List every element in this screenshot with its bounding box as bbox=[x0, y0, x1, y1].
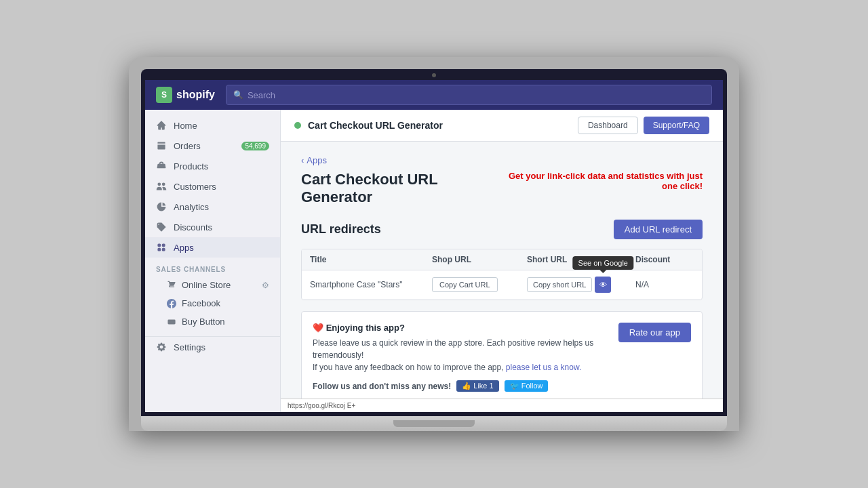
sidebar-item-orders[interactable]: Orders 54,699 bbox=[145, 136, 280, 156]
url-table: Title Shop URL Short URL Discount Action… bbox=[301, 249, 703, 300]
copy-short-url-button[interactable]: Copy short URL bbox=[527, 277, 592, 292]
status-url: https://goo.gl/Rkcoj E+ bbox=[288, 402, 355, 409]
see-on-google-tooltip: See on Google bbox=[573, 256, 633, 270]
row-title: Smartphone Case "Stars" bbox=[310, 280, 432, 289]
buy-button-icon bbox=[167, 317, 176, 327]
follow-button[interactable]: 🐦 Follow bbox=[505, 380, 549, 392]
products-icon bbox=[156, 161, 167, 171]
section-header: URL redirects Add URL redirect bbox=[301, 220, 703, 239]
sidebar: Home Orders 54,699 Products Customers bbox=[145, 110, 281, 412]
feedback-line2-link[interactable]: please let us a know. bbox=[506, 363, 581, 372]
main-content: Cart Checkout URL Generator Dashboard Su… bbox=[281, 110, 723, 412]
sidebar-item-customers[interactable]: Customers bbox=[145, 176, 280, 197]
url-redirects-title: URL redirects bbox=[301, 222, 381, 237]
follow-row: Follow us and don't miss any news! 👍 Lik… bbox=[313, 380, 608, 392]
sidebar-label-settings: Settings bbox=[174, 342, 205, 352]
discounts-icon bbox=[156, 222, 167, 232]
sales-channels-title: SALES CHANNELS bbox=[145, 258, 280, 276]
shopify-logo-text: shopify bbox=[176, 89, 215, 101]
sidebar-label-apps: Apps bbox=[174, 243, 194, 253]
search-icon: 🔍 bbox=[233, 90, 243, 100]
dashboard-button[interactable]: Dashboard bbox=[578, 117, 638, 134]
sidebar-item-facebook[interactable]: Facebook bbox=[145, 294, 280, 312]
sidebar-item-products[interactable]: Products bbox=[145, 156, 280, 176]
home-icon bbox=[156, 120, 167, 131]
sidebar-item-online-store[interactable]: Online Store ⚙ bbox=[145, 276, 280, 294]
app-status-dot bbox=[294, 122, 301, 129]
like-button[interactable]: 👍 Like 1 bbox=[456, 380, 498, 392]
row-shop-url-cell: Copy Cart URL bbox=[432, 277, 527, 292]
shopify-header: S shopify 🔍 Search bbox=[145, 80, 723, 110]
content-area: ‹ Apps Cart Checkout URL Generator Get y… bbox=[281, 142, 723, 399]
col-title: Title bbox=[310, 255, 432, 264]
search-bar[interactable]: 🔍 Search bbox=[226, 85, 712, 105]
apps-icon bbox=[156, 242, 167, 253]
sidebar-item-buy-button[interactable]: Buy Button bbox=[145, 312, 280, 331]
svg-rect-0 bbox=[167, 319, 175, 324]
eye-button[interactable]: 👁 bbox=[595, 277, 611, 293]
sidebar-item-home[interactable]: Home bbox=[145, 115, 280, 136]
search-placeholder: Search bbox=[248, 90, 275, 100]
sidebar-item-apps[interactable]: Apps bbox=[145, 237, 280, 258]
customers-icon bbox=[156, 181, 167, 192]
rate-app-button[interactable]: Rate our app bbox=[618, 323, 691, 342]
online-store-settings-icon[interactable]: ⚙ bbox=[262, 281, 269, 290]
table-header: Title Shop URL Short URL Discount Action bbox=[302, 249, 702, 270]
orders-icon bbox=[156, 140, 167, 151]
feedback-line1: Please leave us a quick review in the ap… bbox=[313, 337, 608, 361]
sidebar-item-discounts[interactable]: Discounts bbox=[145, 217, 280, 237]
settings-icon bbox=[156, 342, 167, 352]
feedback-content: ❤️ Enjoying this app? Please leave us a … bbox=[313, 323, 608, 392]
status-bar: https://goo.gl/Rkcoj E+ bbox=[281, 399, 723, 412]
online-store-icon bbox=[167, 281, 176, 290]
sidebar-label-online-store: Online Store bbox=[182, 280, 231, 290]
feedback-emoji: ❤️ bbox=[313, 323, 323, 333]
sidebar-label-analytics: Analytics bbox=[174, 202, 209, 212]
breadcrumb-parent: Apps bbox=[307, 155, 327, 165]
facebook-icon bbox=[167, 299, 176, 308]
short-url-cell: Copy short URL See on Google 👁 bbox=[527, 277, 635, 293]
sidebar-label-products: Products bbox=[174, 161, 208, 171]
promo-text: Get your link-click data and statistics … bbox=[490, 171, 703, 191]
sidebar-label-discounts: Discounts bbox=[174, 222, 212, 232]
copy-cart-url-button[interactable]: Copy Cart URL bbox=[432, 277, 498, 292]
feedback-box: ❤️ Enjoying this app? Please leave us a … bbox=[301, 311, 703, 399]
eye-btn-wrapper: See on Google 👁 bbox=[595, 277, 611, 293]
support-faq-button[interactable]: Support/FAQ bbox=[644, 117, 709, 134]
shopify-logo-icon: S bbox=[156, 87, 172, 103]
col-discount: Discount bbox=[635, 255, 703, 264]
analytics-icon bbox=[156, 201, 167, 212]
col-shop-url: Shop URL bbox=[432, 255, 527, 264]
row-discount: N/A bbox=[635, 280, 703, 289]
feedback-title-text: Enjoying this app? bbox=[326, 323, 405, 333]
sidebar-item-settings[interactable]: Settings bbox=[145, 336, 280, 357]
sidebar-label-buy-button: Buy Button bbox=[182, 317, 225, 327]
feedback-title: ❤️ Enjoying this app? bbox=[313, 323, 608, 333]
page-title: Cart Checkout URL Generator bbox=[301, 171, 490, 206]
follow-text: Follow us and don't miss any news! bbox=[313, 382, 451, 391]
app-header-bar: Cart Checkout URL Generator Dashboard Su… bbox=[281, 110, 723, 142]
add-url-redirect-button[interactable]: Add URL redirect bbox=[614, 220, 703, 239]
sidebar-label-home: Home bbox=[174, 121, 197, 131]
header-buttons: Dashboard Support/FAQ bbox=[578, 117, 709, 134]
feedback-line2-pre: If you have any feedback on how to impro… bbox=[313, 363, 504, 372]
table-row: Smartphone Case "Stars" Copy Cart URL Co… bbox=[302, 270, 702, 300]
app-header-left: Cart Checkout URL Generator bbox=[294, 120, 443, 131]
sidebar-item-analytics[interactable]: Analytics bbox=[145, 197, 280, 217]
breadcrumb[interactable]: ‹ Apps bbox=[301, 155, 703, 165]
sidebar-label-customers: Customers bbox=[174, 182, 216, 192]
feedback-line2: If you have any feedback on how to impro… bbox=[313, 361, 608, 373]
sidebar-label-orders: Orders bbox=[174, 141, 201, 151]
shopify-logo: S shopify bbox=[156, 87, 215, 103]
back-arrow-icon: ‹ bbox=[301, 155, 304, 165]
app-header-title: Cart Checkout URL Generator bbox=[308, 120, 443, 131]
sidebar-label-facebook: Facebook bbox=[182, 298, 220, 308]
orders-badge: 54,699 bbox=[241, 142, 269, 150]
